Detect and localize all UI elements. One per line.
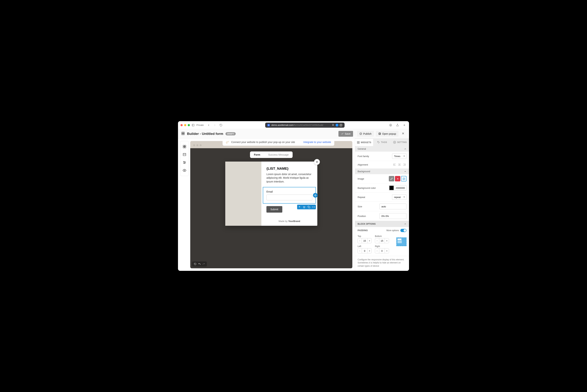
integrate-link[interactable]: Integrate to your website	[304, 141, 331, 144]
align-center-icon[interactable]	[398, 163, 401, 166]
more-options-toggle[interactable]	[400, 229, 407, 232]
app-body: Connect your website to publish your pop…	[178, 138, 409, 271]
section-general[interactable]: General	[355, 146, 409, 152]
svg-rect-8	[183, 132, 184, 133]
email-input[interactable]	[266, 194, 312, 200]
history-icon[interactable]	[193, 262, 197, 266]
svg-rect-7	[182, 132, 183, 133]
canvas-area: Connect your website to publish your pop…	[189, 138, 355, 271]
tab-form[interactable]: Form	[250, 152, 264, 158]
page-title: Builder - Untitled form	[187, 132, 223, 136]
padding-grid: Top -15+ Left -0+ Bottom -15+ Right	[355, 234, 409, 256]
section-block-options[interactable]: BLOCK OPTIONS	[355, 221, 409, 227]
svg-rect-13	[379, 133, 380, 134]
svg-rect-37	[357, 143, 358, 144]
align-right-icon[interactable]	[403, 163, 407, 166]
row-repeat: Repeat repeat	[355, 192, 409, 202]
redo-icon[interactable]	[202, 262, 205, 266]
panel-tabs: WIDGETS TAGS SETTING	[355, 138, 409, 146]
svg-point-39	[378, 142, 378, 142]
move-handle-icon[interactable]	[313, 193, 318, 198]
tool-preview-icon[interactable]	[181, 167, 188, 174]
email-field-block[interactable]: Email	[263, 187, 316, 204]
block-duplicate-icon[interactable]	[307, 205, 311, 209]
image-browse-icon[interactable]	[401, 176, 407, 182]
block-move-up-icon[interactable]	[297, 205, 302, 209]
panel-tab-setting[interactable]: SETTING	[391, 138, 409, 146]
undo-icon[interactable]	[198, 262, 201, 266]
block-code-icon[interactable]	[311, 205, 316, 209]
svg-rect-19	[185, 147, 186, 148]
popup-description[interactable]: Lorem ipsum dolor sit amet, consectetur …	[266, 172, 312, 184]
url-text: demo.acellemail.com/forms/62a094437e056/…	[271, 124, 331, 126]
canvas-main: Form Success Message {LIST_NAME} Lorem i…	[190, 148, 352, 268]
image-delete-icon[interactable]	[395, 176, 400, 182]
open-popup-button[interactable]: Open popup	[376, 131, 399, 137]
more-options-label: More options	[387, 229, 399, 232]
share-icon[interactable]	[395, 123, 400, 127]
pad-top-stepper[interactable]: -15+	[358, 238, 372, 243]
tool-settings-icon[interactable]	[181, 159, 188, 166]
traffic-lights	[180, 124, 190, 126]
minimize-window[interactable]	[184, 124, 186, 126]
pad-left-label: Left	[358, 245, 372, 248]
font-family-select[interactable]: Times	[392, 154, 407, 159]
block-delete-icon[interactable]	[302, 205, 307, 209]
hide-on-row: Hide on Desktop Mobile	[355, 270, 409, 271]
url-bar[interactable]: M demo.acellemail.com/forms/62a094437e05…	[225, 122, 385, 128]
reload-icon[interactable]	[219, 123, 223, 127]
save-button[interactable]: Save	[339, 131, 353, 137]
sidebar-toggle-icon[interactable]	[192, 124, 195, 126]
pad-bottom-stepper[interactable]: -15+	[375, 238, 389, 243]
responsive-help-text: Configure the responsive display of this…	[355, 256, 409, 270]
nav-back-icon[interactable]	[206, 123, 211, 127]
panel-tab-widgets[interactable]: WIDGETS	[355, 138, 373, 146]
pad-top-label: Top	[358, 235, 372, 238]
divider	[355, 132, 355, 136]
row-font-family: Font family Times	[355, 152, 409, 161]
svg-rect-34	[309, 207, 310, 208]
popup-close-icon[interactable]	[314, 159, 320, 165]
row-size: Size	[355, 202, 409, 211]
svg-rect-0	[192, 124, 194, 126]
svg-rect-9	[182, 134, 183, 135]
popup-title[interactable]: {LIST_NAME}	[266, 166, 312, 170]
size-input[interactable]	[379, 204, 407, 209]
private-label: Private	[196, 124, 204, 126]
history-bar	[192, 262, 207, 266]
section-background[interactable]: Background	[355, 168, 409, 174]
svg-point-25	[184, 161, 184, 162]
form-tabs: Form Success Message	[250, 152, 293, 158]
tool-widgets-icon[interactable]	[181, 143, 188, 150]
nav-forward-icon	[213, 123, 217, 127]
pad-right-label: Right	[375, 245, 389, 248]
maximize-window[interactable]	[188, 124, 190, 126]
preview-traffic-lights	[190, 142, 204, 148]
padding-preview	[396, 238, 407, 246]
popup-image-placeholder[interactable]	[225, 162, 261, 226]
bg-color-input[interactable]: #000000	[389, 185, 407, 190]
pad-left-stepper[interactable]: -0+	[358, 248, 372, 253]
repeat-select[interactable]: repeat	[392, 194, 407, 200]
panel-tab-tags[interactable]: TAGS	[373, 138, 391, 146]
close-builder-icon[interactable]	[400, 131, 406, 137]
position-input[interactable]	[379, 213, 407, 219]
svg-rect-16	[183, 145, 184, 146]
pad-right-stepper[interactable]: -0+	[375, 248, 389, 253]
submit-button[interactable]: Submit	[266, 206, 282, 212]
audio-icon[interactable]	[336, 124, 339, 126]
browser-bar: Private M demo.acellemail.com/forms/62a0…	[178, 121, 409, 129]
svg-point-53	[403, 178, 404, 178]
downloads-icon[interactable]	[388, 123, 393, 127]
svg-point-28	[184, 170, 185, 171]
align-left-icon[interactable]	[392, 163, 396, 166]
tool-layout-icon[interactable]	[181, 151, 188, 158]
svg-rect-17	[185, 145, 186, 146]
publish-button[interactable]: Publish	[357, 131, 374, 137]
image-edit-icon[interactable]	[389, 176, 394, 182]
close-window[interactable]	[180, 124, 183, 126]
site-settings-icon[interactable]: •••	[340, 124, 342, 126]
tab-success[interactable]: Success Message	[264, 152, 293, 158]
pad-bottom-label: Bottom	[375, 235, 389, 238]
new-tab-icon[interactable]	[402, 123, 407, 127]
